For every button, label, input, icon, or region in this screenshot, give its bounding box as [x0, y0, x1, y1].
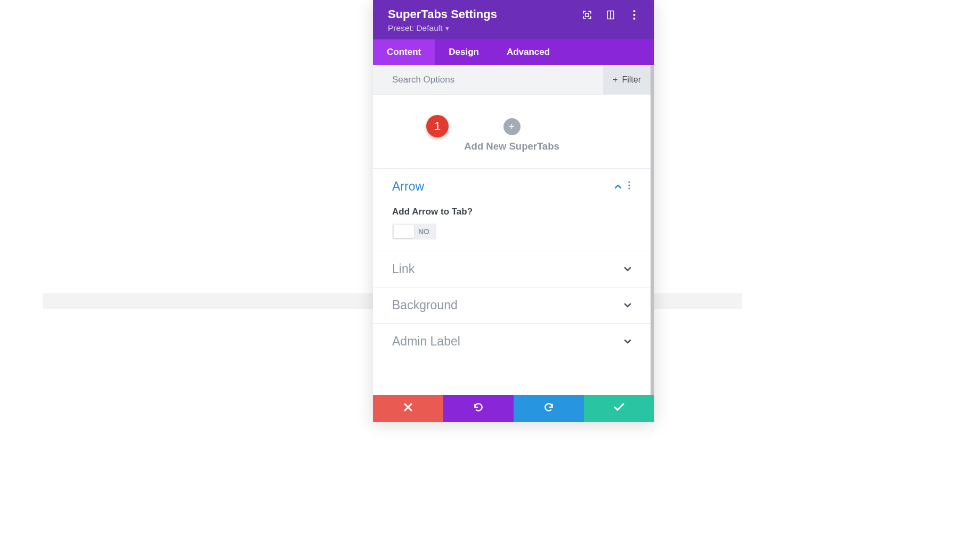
tab-content[interactable]: Content — [373, 39, 435, 65]
panel-footer — [373, 395, 654, 422]
caret-down-icon: ▼ — [445, 26, 450, 31]
tab-design[interactable]: Design — [435, 39, 493, 65]
section-arrow-title: Arrow — [392, 179, 424, 194]
header-title-area: SuperTabs Settings Preset: Default ▼ — [388, 7, 497, 33]
svg-point-4 — [633, 14, 635, 16]
section-background-controls — [624, 300, 631, 311]
filter-button[interactable]: + Filter — [603, 65, 651, 94]
svg-point-5 — [633, 18, 635, 20]
undo-button[interactable] — [443, 395, 514, 422]
chevron-up-icon[interactable] — [614, 181, 622, 192]
arrow-toggle[interactable]: NO — [392, 224, 436, 240]
svg-point-6 — [628, 181, 630, 183]
section-admin-label-title: Admin Label — [392, 334, 460, 349]
panel-title: SuperTabs Settings — [388, 7, 497, 21]
search-input[interactable] — [373, 75, 603, 85]
arrow-field-label: Add Arrow to Tab? — [392, 207, 631, 217]
toggle-knob — [394, 225, 414, 238]
toggle-value: NO — [418, 227, 435, 236]
cancel-button[interactable] — [373, 395, 443, 422]
close-icon — [404, 403, 412, 414]
section-link-title: Link — [392, 262, 415, 276]
preset-dropdown[interactable]: Preset: Default ▼ — [388, 23, 497, 33]
section-arrow-header[interactable]: Arrow — [392, 179, 631, 194]
section-background-header[interactable]: Background — [392, 298, 631, 312]
section-background: Background — [373, 287, 651, 324]
chevron-down-icon[interactable] — [624, 336, 631, 347]
section-arrow-controls — [614, 181, 631, 192]
add-button[interactable]: + — [503, 118, 521, 135]
plus-icon: + — [613, 75, 617, 85]
annotation-badge: 1 — [426, 115, 449, 137]
add-label: Add New SuperTabs — [464, 141, 559, 152]
tab-bar: Content Design Advanced — [373, 39, 654, 65]
filter-label: Filter — [622, 75, 641, 85]
svg-point-7 — [628, 184, 630, 186]
redo-button[interactable] — [514, 395, 584, 422]
section-link-header[interactable]: Link — [392, 262, 631, 276]
undo-icon — [473, 402, 484, 415]
section-background-title: Background — [392, 298, 458, 312]
tab-advanced[interactable]: Advanced — [493, 39, 564, 65]
search-bar: + Filter — [373, 65, 651, 95]
section-link-controls — [624, 263, 631, 275]
section-link: Link — [373, 251, 651, 287]
svg-point-3 — [633, 10, 635, 12]
section-arrow: Arrow Add Arrow to Tab? NO — [373, 169, 651, 251]
preset-label: Preset: Default — [388, 23, 443, 33]
add-supertabs-section: 1 + Add New SuperTabs — [373, 95, 651, 169]
responsive-icon[interactable] — [605, 10, 616, 20]
content-area: + Filter 1 + Add New SuperTabs Arrow — [373, 65, 654, 395]
svg-rect-0 — [586, 13, 589, 17]
section-admin-label-header[interactable]: Admin Label — [392, 334, 631, 349]
expand-icon[interactable] — [582, 10, 592, 20]
save-button[interactable] — [584, 395, 654, 422]
scroll-region[interactable]: + Filter 1 + Add New SuperTabs Arrow — [373, 65, 654, 395]
panel-header: SuperTabs Settings Preset: Default ▼ — [373, 0, 654, 39]
settings-panel: SuperTabs Settings Preset: Default ▼ Con… — [373, 0, 654, 422]
more-icon[interactable] — [629, 10, 639, 20]
section-admin-label-controls — [624, 336, 631, 347]
svg-point-8 — [628, 187, 630, 189]
header-icon-group — [582, 7, 639, 20]
check-icon — [614, 403, 624, 414]
section-admin-label: Admin Label — [373, 324, 651, 359]
chevron-down-icon[interactable] — [624, 300, 631, 311]
redo-icon — [543, 402, 554, 415]
chevron-down-icon[interactable] — [624, 263, 631, 275]
section-arrow-body: Add Arrow to Tab? NO — [392, 194, 631, 240]
more-vert-icon[interactable] — [627, 181, 631, 192]
